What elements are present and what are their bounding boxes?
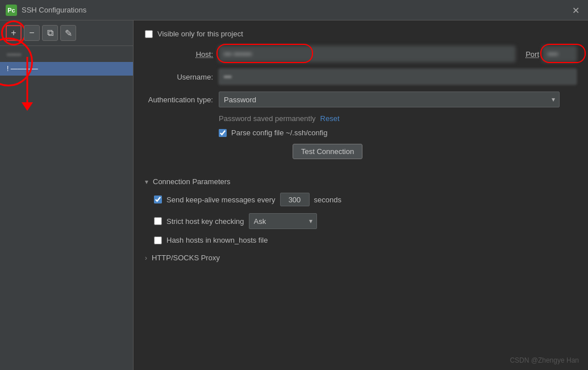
title-bar: Pc SSH Configurations ✕	[0, 0, 588, 20]
right-panel: Visible only for this project Host: Port…	[134, 20, 588, 370]
host-input[interactable]	[219, 46, 515, 62]
connection-params-header[interactable]: ▾ Connection Parameters	[145, 177, 577, 186]
copy-button[interactable]: ⧉	[42, 25, 58, 41]
keepalive-checkbox[interactable]	[154, 196, 162, 203]
keepalive-unit: seconds	[314, 196, 341, 204]
app-icon: Pc	[6, 5, 17, 16]
connection-params-label: Connection Parameters	[153, 177, 231, 186]
auth-type-label: Authentication type:	[145, 95, 213, 104]
parse-config-label: Parse config file ~/.ssh/config	[231, 128, 327, 137]
username-label: Username:	[145, 73, 213, 81]
auth-type-select[interactable]: Password Key pair OpenSSH config and aut…	[219, 92, 560, 107]
keepalive-input[interactable]	[280, 193, 310, 206]
hash-hosts-checkbox[interactable]	[154, 236, 162, 244]
close-button[interactable]: ✕	[570, 5, 581, 16]
connection-params-content: Send keep-alive messages every seconds S…	[154, 193, 577, 244]
port-label: Port	[526, 50, 539, 59]
strict-host-label: Strict host key checking	[166, 217, 244, 226]
hash-hosts-row: Hash hosts in known_hosts file	[154, 236, 577, 244]
host-label: Host:	[145, 50, 213, 59]
ask-select-wrapper: Ask Yes No	[249, 213, 317, 229]
ask-select[interactable]: Ask Yes No	[249, 213, 317, 229]
watermark: CSDN @Zhengye Han	[510, 356, 579, 364]
username-input[interactable]	[219, 69, 577, 85]
visible-only-label: Visible only for this project	[157, 30, 243, 38]
chevron-right-icon: ›	[145, 254, 147, 262]
host-row: Host: Port	[145, 46, 577, 62]
window-title: SSH Configurations	[22, 6, 86, 14]
edit-button[interactable]: ✎	[60, 25, 76, 41]
keepalive-label: Send keep-alive messages every	[166, 196, 276, 204]
sidebar: + − ⧉ ✎ •••••• ! ————	[0, 20, 134, 370]
sidebar-list: •••••• ! ————	[0, 46, 133, 370]
list-item-selected[interactable]: ! ————	[0, 62, 133, 76]
password-saved-row: Password saved permanently Reset	[219, 114, 577, 123]
username-row: Username:	[145, 69, 577, 85]
parse-config-checkbox[interactable]	[219, 129, 227, 137]
password-saved-text: Password saved permanently	[219, 114, 316, 123]
visible-only-checkbox[interactable]	[145, 30, 153, 38]
hash-hosts-label: Hash hosts in known_hosts file	[166, 236, 268, 244]
remove-button[interactable]: −	[24, 25, 40, 41]
auth-type-row: Authentication type: Password Key pair O…	[145, 92, 577, 107]
test-connection-container: Test Connection	[219, 144, 577, 168]
port-input[interactable]	[543, 46, 577, 62]
chevron-down-icon: ▾	[145, 178, 148, 186]
main-layout: + − ⧉ ✎ •••••• ! ————	[0, 20, 588, 370]
strict-host-checkbox[interactable]	[154, 217, 162, 225]
auth-type-wrapper: Password Key pair OpenSSH config and aut…	[219, 92, 560, 107]
add-button[interactable]: +	[6, 25, 22, 41]
strict-host-row: Strict host key checking Ask Yes No	[154, 213, 577, 229]
keepalive-row: Send keep-alive messages every seconds	[154, 193, 577, 206]
reset-link[interactable]: Reset	[320, 114, 340, 123]
list-item[interactable]: ••••••	[0, 48, 133, 62]
parse-config-row: Parse config file ~/.ssh/config	[219, 128, 577, 137]
visible-only-row: Visible only for this project	[145, 30, 577, 38]
test-connection-button[interactable]: Test Connection	[293, 144, 362, 159]
http-proxy-label: HTTP/SOCKS Proxy	[152, 253, 220, 262]
sidebar-toolbar: + − ⧉ ✎	[0, 20, 133, 46]
http-proxy-header[interactable]: › HTTP/SOCKS Proxy	[145, 253, 577, 262]
